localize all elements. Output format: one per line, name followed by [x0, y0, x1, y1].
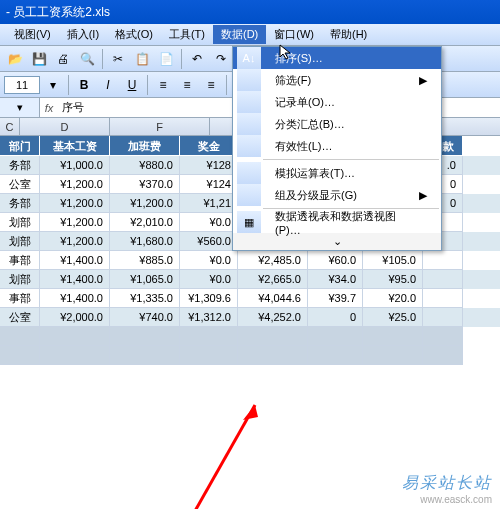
cell[interactable]: ¥0.0: [180, 251, 238, 270]
menu-help[interactable]: 帮助(H): [322, 25, 375, 44]
menu-insert[interactable]: 插入(I): [59, 25, 107, 44]
cell[interactable]: ¥1,400.0: [40, 289, 110, 308]
cell[interactable]: ¥2,665.0: [238, 270, 308, 289]
menu-item-form[interactable]: 记录单(O)…: [233, 91, 441, 113]
cell[interactable]: 公室: [0, 175, 40, 194]
cell[interactable]: 划部: [0, 232, 40, 251]
cell[interactable]: ¥0.0: [180, 213, 238, 232]
header-cell[interactable]: 部门: [0, 136, 40, 156]
menu-item-pivot[interactable]: ▦ 数据透视表和数据透视图(P)…: [233, 211, 441, 233]
menu-item-validation[interactable]: 有效性(L)…: [233, 135, 441, 157]
cell[interactable]: 事部: [0, 251, 40, 270]
cell[interactable]: ¥880.0: [110, 156, 180, 175]
cell[interactable]: 事部: [0, 289, 40, 308]
preview-icon[interactable]: 🔍: [76, 48, 98, 70]
table-row[interactable]: 公室¥2,000.0¥740.0¥1,312.0¥4,252.00¥25.0: [0, 308, 500, 327]
cell[interactable]: [423, 251, 463, 270]
cell[interactable]: ¥1,400.0: [40, 270, 110, 289]
cell[interactable]: ¥1,200.0: [40, 175, 110, 194]
cell[interactable]: ¥560.0: [180, 232, 238, 251]
cell[interactable]: ¥105.0: [363, 251, 423, 270]
cell[interactable]: 务部: [0, 156, 40, 175]
menu-tools[interactable]: 工具(T): [161, 25, 213, 44]
table-row[interactable]: [0, 327, 500, 346]
cell[interactable]: ¥0.0: [180, 270, 238, 289]
cell[interactable]: ¥25.0: [363, 308, 423, 327]
redo-icon[interactable]: ↷: [210, 48, 232, 70]
cell[interactable]: ¥128: [180, 156, 238, 175]
cell[interactable]: ¥2,010.0: [110, 213, 180, 232]
cell[interactable]: ¥34.0: [308, 270, 363, 289]
cell[interactable]: ¥4,252.0: [238, 308, 308, 327]
cell[interactable]: ¥4,044.6: [238, 289, 308, 308]
copy-icon[interactable]: 📋: [131, 48, 153, 70]
col-header[interactable]: D: [20, 118, 110, 135]
menu-view[interactable]: 视图(V): [6, 25, 59, 44]
cell[interactable]: ¥740.0: [110, 308, 180, 327]
cell[interactable]: ¥1,21: [180, 194, 238, 213]
cell[interactable]: ¥1,400.0: [40, 251, 110, 270]
align-right-icon[interactable]: ≡: [200, 74, 222, 96]
cell[interactable]: ¥1,312.0: [180, 308, 238, 327]
cell[interactable]: ¥1,680.0: [110, 232, 180, 251]
print-icon[interactable]: 🖨: [52, 48, 74, 70]
align-center-icon[interactable]: ≡: [176, 74, 198, 96]
header-cell[interactable]: 加班费: [110, 136, 180, 156]
table-row[interactable]: 划部¥1,400.0¥1,065.0¥0.0¥2,665.0¥34.0¥95.0: [0, 270, 500, 289]
menu-item-filter[interactable]: 筛选(F)▶: [233, 69, 441, 91]
col-header[interactable]: F: [110, 118, 210, 135]
cell[interactable]: ¥1,200.0: [110, 194, 180, 213]
cell[interactable]: ¥370.0: [110, 175, 180, 194]
cell[interactable]: 划部: [0, 270, 40, 289]
open-icon[interactable]: 📂: [4, 48, 26, 70]
cell[interactable]: ¥885.0: [110, 251, 180, 270]
paste-icon[interactable]: 📄: [155, 48, 177, 70]
cell[interactable]: ¥39.7: [308, 289, 363, 308]
underline-button[interactable]: U: [121, 74, 143, 96]
col-header[interactable]: C: [0, 118, 20, 135]
cell[interactable]: 划部: [0, 213, 40, 232]
cell[interactable]: ¥124: [180, 175, 238, 194]
save-icon[interactable]: 💾: [28, 48, 50, 70]
menu-item-table[interactable]: 模拟运算表(T)…: [233, 162, 441, 184]
cell[interactable]: ¥1,200.0: [40, 232, 110, 251]
table-row[interactable]: 事部¥1,400.0¥1,335.0¥1,309.6¥4,044.6¥39.7¥…: [0, 289, 500, 308]
undo-icon[interactable]: ↶: [186, 48, 208, 70]
cell[interactable]: ¥1,200.0: [40, 213, 110, 232]
menu-item-group[interactable]: 组及分级显示(G)▶: [233, 184, 441, 206]
cell[interactable]: [423, 289, 463, 308]
table-row[interactable]: [0, 346, 500, 365]
cell[interactable]: [423, 308, 463, 327]
bold-button[interactable]: B: [73, 74, 95, 96]
italic-button[interactable]: I: [97, 74, 119, 96]
cell[interactable]: ¥1,000.0: [40, 156, 110, 175]
cell[interactable]: ¥60.0: [308, 251, 363, 270]
table-row[interactable]: 事部¥1,400.0¥885.0¥0.0¥2,485.0¥60.0¥105.0: [0, 251, 500, 270]
cell[interactable]: ¥1,335.0: [110, 289, 180, 308]
cell[interactable]: 公室: [0, 308, 40, 327]
cell[interactable]: ¥2,000.0: [40, 308, 110, 327]
dropdown-icon[interactable]: ▾: [42, 74, 64, 96]
cell[interactable]: ¥95.0: [363, 270, 423, 289]
header-cell[interactable]: 基本工资: [40, 136, 110, 156]
cell[interactable]: ¥2,485.0: [238, 251, 308, 270]
cell[interactable]: 务部: [0, 194, 40, 213]
align-left-icon[interactable]: ≡: [152, 74, 174, 96]
font-size-input[interactable]: [4, 76, 40, 94]
cell[interactable]: 0: [308, 308, 363, 327]
cell[interactable]: ¥1,309.6: [180, 289, 238, 308]
fx-icon[interactable]: fx: [40, 98, 58, 117]
menu-format[interactable]: 格式(O): [107, 25, 161, 44]
name-box[interactable]: ▾: [0, 98, 40, 117]
menu-item-sort[interactable]: A↓ 排序(S)…: [233, 47, 441, 69]
menu-data[interactable]: 数据(D): [213, 25, 266, 44]
menu-window[interactable]: 窗口(W): [266, 25, 322, 44]
menu-item-subtotal[interactable]: 分类汇总(B)…: [233, 113, 441, 135]
cell[interactable]: [423, 270, 463, 289]
cell[interactable]: ¥1,065.0: [110, 270, 180, 289]
title-bar: - 员工工资系统2.xls: [0, 0, 500, 24]
header-cell[interactable]: 奖金: [180, 136, 238, 156]
cell[interactable]: ¥20.0: [363, 289, 423, 308]
cut-icon[interactable]: ✂: [107, 48, 129, 70]
cell[interactable]: ¥1,200.0: [40, 194, 110, 213]
